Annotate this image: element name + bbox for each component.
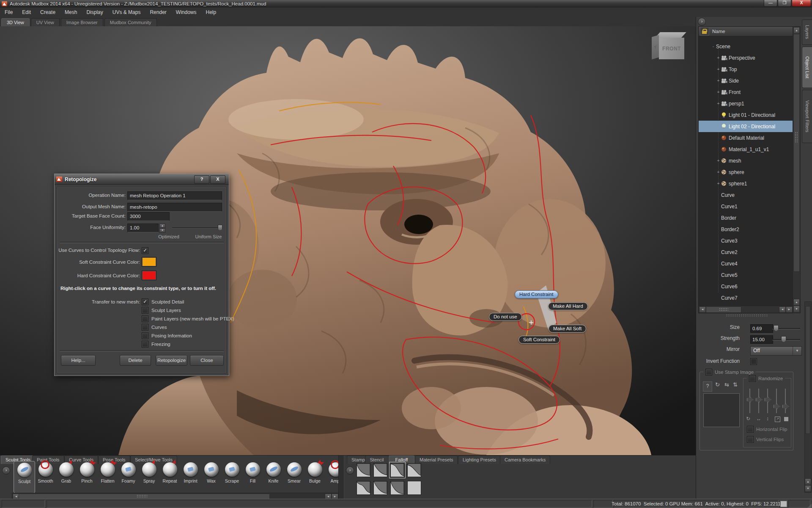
menu-item-uvsmaps[interactable]: UVs & Maps (108, 8, 145, 17)
preset-tab-lighting-presets[interactable]: Lighting Presets (458, 456, 501, 464)
close-button[interactable]: X (792, 0, 811, 7)
hard-color-swatch[interactable] (142, 271, 156, 280)
scroll-right-icon[interactable]: ► (786, 306, 793, 313)
status-grip[interactable] (780, 501, 787, 507)
randomize-slider[interactable] (756, 389, 762, 413)
slider-thumb[interactable] (774, 404, 780, 409)
help-button[interactable]: Help... (61, 355, 96, 366)
tray-expand-button[interactable]: › (2, 467, 10, 475)
face-uniformity-input[interactable]: 1.00 (127, 224, 159, 232)
slider-thumb[interactable] (747, 397, 754, 402)
marking-menu-make-all-hard[interactable]: Make All Hard (548, 302, 588, 310)
tool-spray[interactable]: Spray (139, 462, 159, 492)
tree-item-sphere1[interactable]: +sphere1 (699, 178, 793, 189)
retopologize-button[interactable]: Retopologize (156, 355, 187, 366)
invert-function-checkbox[interactable] (750, 358, 757, 365)
tool-imprint[interactable]: Imprint (180, 462, 201, 492)
preset-tab-falloff[interactable]: Falloff (389, 456, 414, 464)
tree-item-persp1[interactable]: +persp1 (699, 98, 793, 109)
lock-icon[interactable] (700, 27, 709, 36)
size-slider[interactable] (772, 324, 800, 332)
menu-item-create[interactable]: Create (36, 8, 60, 17)
tool-flatten[interactable]: Flatten (97, 462, 118, 492)
slider-thumb[interactable] (756, 397, 763, 402)
square-icon[interactable] (784, 417, 788, 421)
tree-hscrollbar[interactable]: ◄ ◄ ► (699, 306, 793, 313)
menu-item-render[interactable]: Render (145, 8, 171, 17)
tree-item-curve4[interactable]: Curve4 (699, 258, 793, 269)
size-value[interactable]: 0.69 (750, 324, 773, 333)
rotate-icon[interactable]: ↻ (746, 416, 750, 422)
side-tab-object-list[interactable]: Object List (802, 47, 812, 88)
tree-item-top[interactable]: +Top (699, 64, 793, 75)
rotate-icon[interactable]: ↻ (715, 381, 720, 388)
horizontal-flip-checkbox[interactable] (747, 426, 754, 433)
view-tab-uv-view[interactable]: UV View (31, 18, 60, 26)
view-cube-front-face[interactable]: FRONT (659, 38, 684, 59)
soft-color-swatch[interactable] (142, 257, 156, 267)
tree-expander-icon[interactable]: + (716, 55, 721, 60)
tree-expander-icon[interactable]: + (716, 90, 721, 94)
tree-expander-icon[interactable]: + (716, 158, 721, 163)
tree-item-scene[interactable]: -Scene (699, 41, 793, 52)
randomize-slider[interactable] (747, 389, 753, 413)
tool-bulge[interactable]: Bulge (304, 462, 325, 492)
falloff-preset-concave2[interactable] (373, 481, 387, 495)
marking-menu-do-not-use[interactable]: Do not use (489, 313, 522, 321)
transfer-checkbox[interactable]: ✓ (142, 298, 148, 305)
tree-expander-icon[interactable]: + (716, 78, 721, 83)
resize-grip-icon[interactable] (807, 504, 812, 508)
vflip-icon[interactable]: ⇅ (733, 381, 738, 388)
scroll-up-icon[interactable]: ▲ (793, 27, 800, 34)
output-mesh-input[interactable]: mesh-retopo (127, 203, 222, 212)
tree-item-curve6[interactable]: Curve6 (699, 281, 793, 292)
tree-expander-icon[interactable]: + (716, 101, 721, 106)
menu-item-display[interactable]: Display (82, 8, 107, 17)
side-tab-layers[interactable]: Layers (802, 19, 812, 45)
slider-thumb[interactable] (765, 397, 771, 402)
preset-tab-camera-bookmarks[interactable]: Camera Bookmarks (500, 456, 550, 464)
view-tab-image-browser[interactable]: Image Browser (61, 18, 103, 26)
transfer-checkbox[interactable] (142, 315, 148, 322)
v-arrows-icon[interactable]: ↕ (766, 416, 769, 422)
tool-grab[interactable]: Grab (56, 462, 77, 492)
tool-knife[interactable]: Knife (263, 462, 284, 492)
transfer-checkbox[interactable] (142, 324, 148, 331)
tree-expander-icon[interactable]: + (716, 67, 721, 72)
face-uniformity-slider[interactable] (172, 227, 221, 229)
stamp-preview[interactable] (703, 393, 740, 427)
scale-icon[interactable]: ↗ (775, 417, 780, 422)
dialog-help-button[interactable]: ? (194, 175, 209, 184)
minimize-button[interactable]: — (764, 0, 777, 7)
view-cube-side-face[interactable]: T (652, 35, 659, 60)
tree-item-curve3[interactable]: Curve3 (699, 235, 793, 246)
marking-menu-hard-constraint[interactable]: Hard Constraint (515, 290, 558, 298)
tree-expander-icon[interactable]: - (710, 44, 716, 49)
properties-scrollbar[interactable]: ▲ ▼ (804, 301, 812, 493)
tree-item-border2[interactable]: Border2 (699, 224, 793, 235)
tree-item-default-material[interactable]: Default Material (699, 132, 793, 144)
menu-item-mesh[interactable]: Mesh (60, 8, 82, 17)
tree-item-front[interactable]: +Front (699, 86, 793, 98)
use-curves-checkbox[interactable]: ✓ (142, 247, 148, 254)
preset-tab-stencil[interactable]: Stencil (365, 456, 389, 464)
side-tab-viewport-filters[interactable]: Viewport Filters (802, 90, 812, 143)
maximize-button[interactable]: ❐ (778, 0, 791, 7)
randomize-slider[interactable] (782, 389, 788, 413)
spinner-down-icon[interactable]: ▼ (159, 228, 165, 233)
tool-fill[interactable]: Fill (242, 462, 263, 492)
scroll-up-icon[interactable]: ▲ (805, 478, 811, 485)
tree-item-curve5[interactable]: Curve5 (699, 269, 793, 281)
h-arrows-icon[interactable]: ↔ (756, 416, 761, 422)
tool-pinch[interactable]: Pinch (77, 462, 97, 492)
operation-name-input[interactable]: mesh Retopo Operation 1 (127, 191, 222, 200)
tool-foamy[interactable]: Foamy (118, 462, 139, 492)
close-button[interactable]: Close (190, 355, 224, 366)
menu-item-help[interactable]: Help (201, 8, 221, 17)
scroll-down-icon[interactable]: ▼ (805, 485, 811, 492)
transfer-checkbox[interactable] (142, 307, 148, 314)
strength-value[interactable]: 15.00 (750, 335, 773, 344)
spinner-up-icon[interactable]: ▲ (159, 224, 165, 228)
tree-item-sphere[interactable]: +sphere (699, 166, 793, 178)
tree-item-perspective[interactable]: +Perspective (699, 52, 793, 64)
